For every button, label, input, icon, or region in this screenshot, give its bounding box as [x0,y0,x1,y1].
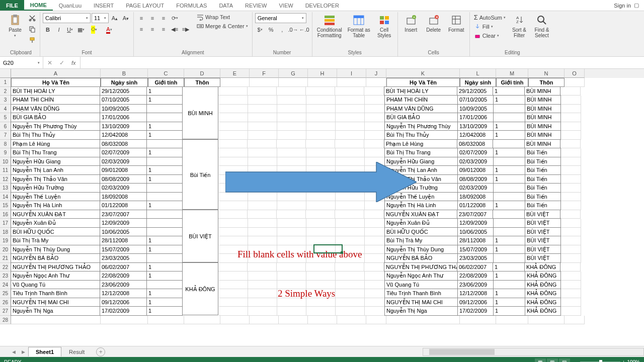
align-bottom[interactable]: ≡ [158,13,169,23]
svg-rect-6 [31,28,35,32]
align-left[interactable]: ≡ [136,24,146,34]
horizontal-scrollbar[interactable] [423,348,644,356]
merge-button[interactable]: Merge & Center▾ [195,22,250,30]
percent-button[interactable]: % [266,25,276,35]
ribbon-tabs: FILE HOME QuanLuu INSERT PAGE LAYOUT FOR… [0,0,644,11]
tab-view[interactable]: VIEW [273,0,299,11]
svg-rect-19 [380,21,384,24]
formula-input[interactable] [80,57,644,68]
group-clipboard: Clipboard [5,49,37,56]
add-sheet-button[interactable]: + [96,347,105,356]
signin-link[interactable]: Sign in▢ [609,0,644,11]
group-styles: Styles [315,49,395,56]
align-middle[interactable]: ≡ [147,13,157,23]
tab-nav-prev[interactable]: ◀ [9,349,19,354]
fx-icon[interactable]: fx [68,60,79,66]
bold-button[interactable]: B [43,25,53,35]
fillcolor-button[interactable]: ◇▾ [87,25,101,35]
insert-cells[interactable]: +Insert [400,13,422,34]
clear-button[interactable]: Clear▾ [472,32,507,40]
row-headers[interactable]: 1234567891011121314151617181920212223242… [0,78,11,324]
tab-home[interactable]: HOME [24,0,53,11]
font-name-input[interactable]: Calibri▾ [43,13,91,23]
sheet-tab-active[interactable]: Sheet1 [28,347,61,356]
underline-button[interactable]: U▾ [65,25,75,35]
svg-rect-11 [325,19,335,22]
svg-text:+: + [413,15,415,20]
cell-styles[interactable]: Cell Styles [374,13,395,39]
tab-pagelayout[interactable]: PAGE LAYOUT [120,0,170,11]
format-cells[interactable]: Format [446,13,467,34]
align-right[interactable]: ≡ [158,24,169,34]
formatpainter-button[interactable] [27,35,37,45]
sheet-tab-result[interactable]: Result [61,347,92,356]
svg-text:Z: Z [516,20,519,24]
fill-button[interactable]: Fill▾ [472,23,507,31]
orientation[interactable]: ⟳▾ [170,13,180,23]
dec-decimal[interactable]: ←.0 [299,25,309,35]
svg-rect-12 [325,23,335,25]
svg-rect-2 [13,15,17,17]
svg-rect-7 [30,38,34,40]
currency-button[interactable]: $▾ [255,25,265,35]
inc-decimal[interactable]: .0→ [288,25,298,35]
delete-cells[interactable]: ✕Delete [423,13,444,34]
tab-data[interactable]: DATA [213,0,239,11]
ribbon: Paste▾ Clipboard Calibri▾ 11▾ A▴ A▾ B I … [0,11,644,57]
paste-button[interactable]: Paste▾ [5,13,26,39]
group-cells: Cells [400,49,467,56]
select-all-corner[interactable] [0,69,11,78]
formula-bar: G20▾ ✕ ✓ fx [0,57,644,69]
autosum-button[interactable]: ΣAutoSum▾ [472,13,507,22]
indent[interactable]: ≡▶ [181,24,191,34]
user-icon: ▢ [634,2,639,9]
font-size-input[interactable]: 11▾ [92,13,109,23]
outdent[interactable]: ◀≡ [170,24,180,34]
tab-formulas[interactable]: FORMULAS [170,0,213,11]
tab-custom[interactable]: QuanLuu [53,0,88,11]
view-normal[interactable]: ▦ [535,358,546,363]
svg-rect-10 [325,16,335,18]
tab-insert[interactable]: INSERT [88,0,120,11]
align-center[interactable]: ≡ [147,24,157,34]
svg-rect-1 [13,17,17,23]
cond-format[interactable]: Conditional Formatting [315,13,344,39]
enter-formula[interactable]: ✓ [56,57,67,68]
sheet-tab-strip: ◀ ▶ Sheet1 Result + [0,346,644,357]
find-select[interactable]: Find & Select [531,13,552,39]
sort-filter[interactable]: AZSort & Filter [509,13,530,39]
arrow-shape [225,162,417,202]
status-bar: READY ▦ ▥ ▤ − + 100% [0,357,644,362]
column-headers[interactable]: ABCDEFGHIJKLMNO [11,69,644,78]
view-pagelayout[interactable]: ▥ [547,358,558,363]
svg-rect-14 [354,16,364,18]
group-editing: Editing [472,49,552,56]
cut-button[interactable] [27,13,37,23]
grow-font[interactable]: A▴ [110,13,120,23]
wraptext-button[interactable]: Wrap Text [195,13,250,21]
svg-rect-18 [385,16,389,20]
format-table[interactable]: Format as Table [346,13,372,39]
cancel-formula[interactable]: ✕ [44,57,55,68]
worksheet[interactable]: ABCDEFGHIJKLMNO 123456789101112131415161… [0,69,644,346]
shrink-font[interactable]: A▾ [121,13,131,23]
fontcolor-button[interactable]: A▾ [102,25,116,35]
comma-button[interactable]: , [277,25,287,35]
zoom-level[interactable]: 100% [627,359,640,362]
zoom-in[interactable]: + [622,359,625,362]
tab-developer[interactable]: DEVELOPER [299,0,345,11]
italic-button[interactable]: I [54,25,64,35]
copy-button[interactable] [27,24,37,34]
name-box[interactable]: G20▾ [0,57,43,68]
view-pagebreak[interactable]: ▤ [559,358,570,363]
group-font: Font [43,49,131,56]
tab-review[interactable]: REVIEW [239,0,273,11]
align-top[interactable]: ≡ [136,13,146,23]
status-ready: READY [4,359,21,362]
zoom-out[interactable]: − [575,359,578,362]
tab-nav-next[interactable]: ▶ [19,349,28,354]
caption-subtitle: 2 Simple Ways [278,288,335,299]
number-format[interactable]: General▾ [255,13,306,23]
tab-file[interactable]: FILE [0,0,24,11]
borders-button[interactable]: ▦▾ [76,25,86,35]
